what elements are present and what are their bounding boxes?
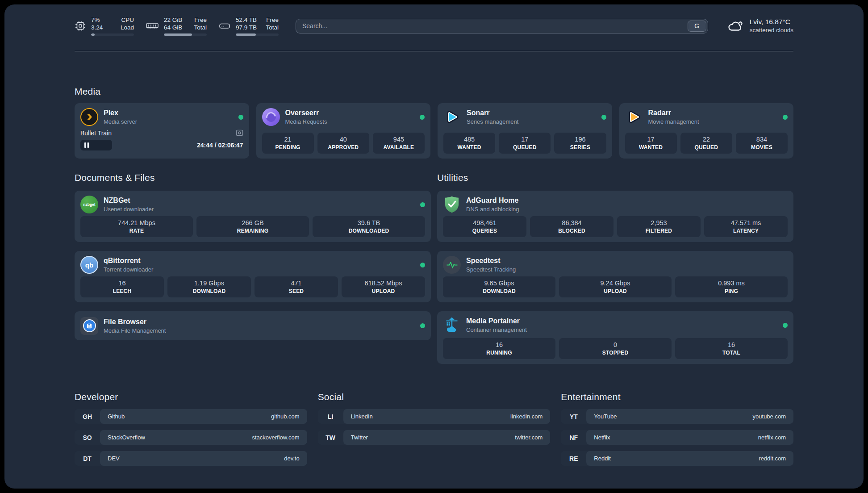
card-title: File Browser [104, 318, 166, 326]
section-title-entertainment: Entertainment [561, 392, 793, 402]
link-linkedin[interactable]: LI LinkedIn linkedin.com [318, 409, 551, 424]
stat-latency: 47.571 ms LATENCY [704, 216, 788, 237]
social-column: Social LI LinkedIn linkedin.com TW Twitt… [318, 392, 551, 466]
card-portainer[interactable]: Media Portainer Container management 16 … [437, 311, 793, 364]
link-dev[interactable]: DT DEV dev.to [75, 451, 307, 466]
stat-upload: 9.24 Gbps UPLOAD [559, 276, 672, 297]
stat-movies: 834 MOVIES [736, 133, 788, 154]
stat-download: 9.65 Gbps DOWNLOAD [443, 276, 555, 297]
link-url: youtube.com [753, 413, 786, 420]
stat-upload: 618.52 Mbps UPLOAD [342, 276, 425, 297]
link-abbr: TW [318, 430, 343, 445]
stat-leech: 16 LEECH [80, 276, 164, 297]
card-qbittorrent[interactable]: qb qBittorrent Torrent downloader 16 LEE… [75, 251, 431, 302]
status-dot [238, 115, 243, 120]
cpu-usage: 7% [91, 16, 103, 24]
card-title: AdGuard Home [466, 196, 519, 205]
card-radarr[interactable]: Radarr Movie management 17 WANTED 22 QUE… [619, 103, 794, 159]
link-abbr: SO [75, 430, 100, 445]
search-engine-button[interactable]: G [688, 21, 706, 32]
link-abbr: DT [75, 451, 100, 466]
link-abbr: NF [561, 430, 586, 445]
memory-progress-bar [164, 33, 207, 36]
stat-available: 945 AVAILABLE [373, 133, 425, 154]
link-url: twitter.com [515, 434, 542, 441]
status-dot [420, 263, 425, 267]
system-stats: 7% 3.24 CPU Load [75, 16, 279, 36]
link-url: netflix.com [758, 434, 786, 441]
memory-label-2: Total [194, 24, 207, 31]
memory-icon [146, 21, 159, 31]
disk-widget: 52.4 TB 97.9 TB Free Total [218, 16, 279, 36]
link-name: Twitter [351, 434, 368, 441]
radarr-icon [625, 108, 643, 126]
link-github[interactable]: GH Github github.com [75, 409, 307, 424]
disk-progress-bar [236, 33, 279, 36]
section-title-media: Media [75, 86, 793, 97]
link-name: LinkedIn [351, 413, 373, 420]
developer-column: Developer GH Github github.com SO StackO… [75, 392, 307, 466]
stat-wanted: 17 WANTED [625, 133, 677, 154]
link-twitter[interactable]: TW Twitter twitter.com [318, 430, 551, 445]
header-divider [75, 51, 793, 51]
stat-remaining: 266 GB REMAINING [196, 216, 309, 237]
link-name: DEV [108, 455, 120, 462]
card-subtitle: Torrent downloader [104, 266, 153, 273]
card-subtitle: Series management [467, 118, 518, 125]
card-speedtest[interactable]: Speedtest Speedtest Tracking 9.65 Gbps D… [437, 251, 793, 302]
cpu-label-2: Load [121, 24, 134, 31]
status-dot [420, 202, 425, 207]
disk-label-2: Total [266, 24, 279, 31]
stat-download: 1.19 Gbps DOWNLOAD [167, 276, 251, 297]
section-title-documents: Documents & Files [75, 172, 431, 183]
link-name: Github [108, 413, 125, 420]
card-title: Overseerr [285, 109, 327, 117]
card-adguard[interactable]: AdGuard Home DNS and adblocking 498,461 … [437, 191, 793, 242]
memory-total: 64 GiB [164, 24, 182, 31]
link-url: stackoverflow.com [252, 434, 299, 441]
link-abbr: LI [318, 409, 343, 424]
status-dot [783, 115, 788, 120]
section-title-developer: Developer [75, 392, 307, 402]
section-title-utilities: Utilities [437, 172, 793, 183]
disk-label-1: Free [266, 16, 279, 24]
link-youtube[interactable]: YT YouTube youtube.com [561, 409, 793, 424]
filebrowser-icon [80, 317, 98, 335]
documents-column: Documents & Files nzbget NZBGet Usenet d… [75, 172, 431, 364]
status-dot [783, 323, 788, 328]
nzbget-icon: nzbget [80, 196, 98, 213]
card-subtitle: Container management [466, 326, 527, 334]
dashboard: 7% 3.24 CPU Load [4, 4, 864, 489]
overseerr-icon [262, 108, 280, 126]
status-dot [420, 323, 425, 328]
playback-progress-fill [80, 140, 112, 150]
card-nzbget[interactable]: nzbget NZBGet Usenet downloader 744.21 M… [75, 191, 431, 242]
utilities-column: Utilities AdGuard Home [437, 172, 793, 364]
disk-icon [218, 21, 231, 31]
link-stackoverflow[interactable]: SO StackOverflow stackoverflow.com [75, 430, 307, 445]
card-sonarr[interactable]: Sonarr Series management 485 WANTED 17 Q… [438, 103, 612, 159]
link-netflix[interactable]: NF Netflix netflix.com [561, 430, 793, 445]
plex-icon [80, 108, 98, 126]
card-overseerr[interactable]: Overseerr Media Requests 21 PENDING 40 A… [256, 103, 431, 159]
card-subtitle: Media server [104, 118, 137, 125]
link-url: github.com [271, 413, 300, 420]
stat-downloaded: 39.6 TB DOWNLOADED [313, 216, 425, 237]
card-title: Radarr [648, 109, 699, 117]
stat-total: 16 TOTAL [675, 338, 788, 359]
memory-widget: 22 GiB 64 GiB Free Total [146, 16, 207, 36]
pause-icon [84, 142, 89, 148]
stat-ping: 0.993 ms PING [675, 276, 788, 297]
link-name: Netflix [594, 434, 610, 441]
card-title: Plex [104, 109, 137, 117]
search-input[interactable] [296, 22, 708, 29]
link-abbr: YT [561, 409, 586, 424]
status-dot [420, 115, 425, 120]
media-grid: Plex Media server Bullet Train [75, 103, 793, 159]
session-screen-icon [236, 129, 243, 137]
link-reddit[interactable]: RE Reddit reddit.com [561, 451, 793, 466]
card-filebrowser[interactable]: File Browser Media File Management [75, 311, 431, 340]
entertainment-column: Entertainment YT YouTube youtube.com NF … [561, 392, 793, 466]
card-plex[interactable]: Plex Media server Bullet Train [75, 103, 249, 159]
disk-total: 97.9 TB [236, 24, 257, 31]
